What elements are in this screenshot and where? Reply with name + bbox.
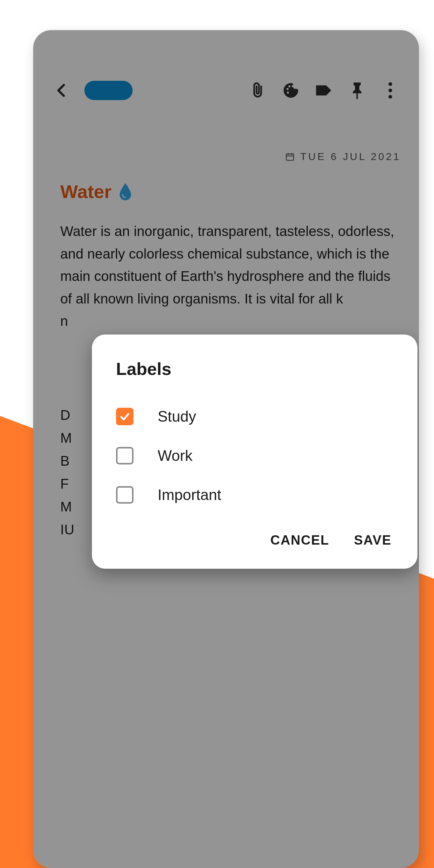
label-option-important[interactable]: Important — [116, 475, 393, 515]
list-item: B — [60, 450, 74, 472]
more-button[interactable] — [374, 74, 407, 107]
svg-point-0 — [287, 88, 289, 90]
label-text: Study — [158, 408, 196, 425]
svg-point-2 — [292, 85, 294, 87]
chevron-left-icon — [54, 82, 70, 98]
dialog-title: Labels — [116, 359, 393, 379]
list-item: M — [60, 427, 74, 450]
label-option-work[interactable]: Work — [116, 436, 393, 475]
svg-point-5 — [389, 82, 392, 86]
palette-icon — [282, 82, 300, 99]
back-button[interactable] — [45, 74, 79, 107]
checkbox-work[interactable] — [116, 447, 133, 464]
palette-button[interactable] — [274, 74, 307, 107]
paperclip-icon — [249, 82, 266, 99]
checkbox-study[interactable] — [116, 408, 133, 425]
svg-rect-8 — [286, 154, 293, 160]
label-button[interactable] — [307, 74, 341, 107]
app-bar — [33, 69, 419, 112]
dialog-actions: CANCEL SAVE — [116, 530, 393, 551]
svg-point-6 — [389, 89, 392, 92]
calendar-icon — [285, 152, 295, 161]
list-item: D — [60, 404, 74, 427]
note-body-obscured: D M B F M IU — [60, 404, 74, 541]
pin-icon — [350, 81, 365, 100]
more-vertical-icon — [388, 82, 393, 99]
list-item: F — [60, 472, 74, 495]
check-icon — [119, 410, 131, 423]
save-button[interactable]: SAVE — [352, 530, 393, 551]
cancel-button[interactable]: CANCEL — [269, 530, 331, 551]
label-option-study[interactable]: Study — [116, 397, 393, 436]
note-date: TUE 6 JUL 2021 — [300, 151, 401, 162]
svg-rect-4 — [356, 93, 358, 99]
water-drop-icon — [118, 182, 133, 201]
pin-button[interactable] — [341, 74, 374, 107]
label-text: Important — [158, 486, 221, 504]
note-title: Water — [60, 181, 112, 202]
note-color-pill[interactable] — [84, 81, 133, 100]
note-date-row[interactable]: TUE 6 JUL 2021 — [285, 151, 401, 162]
svg-point-3 — [287, 92, 289, 94]
attach-button[interactable] — [241, 74, 274, 107]
svg-point-1 — [288, 85, 290, 87]
list-item: M — [60, 495, 74, 518]
note-body[interactable]: Water is an inorganic, transparent, tast… — [60, 220, 395, 333]
note-title-row[interactable]: Water — [60, 181, 133, 202]
checkbox-important[interactable] — [116, 486, 133, 504]
label-icon — [315, 83, 333, 98]
list-item: IU — [60, 518, 74, 541]
labels-dialog: Labels Study Work — [92, 335, 417, 569]
label-text: Work — [158, 447, 193, 464]
phone-frame: TUE 6 JUL 2021 Water Water is an inorgan… — [33, 30, 419, 868]
svg-point-7 — [389, 95, 392, 98]
